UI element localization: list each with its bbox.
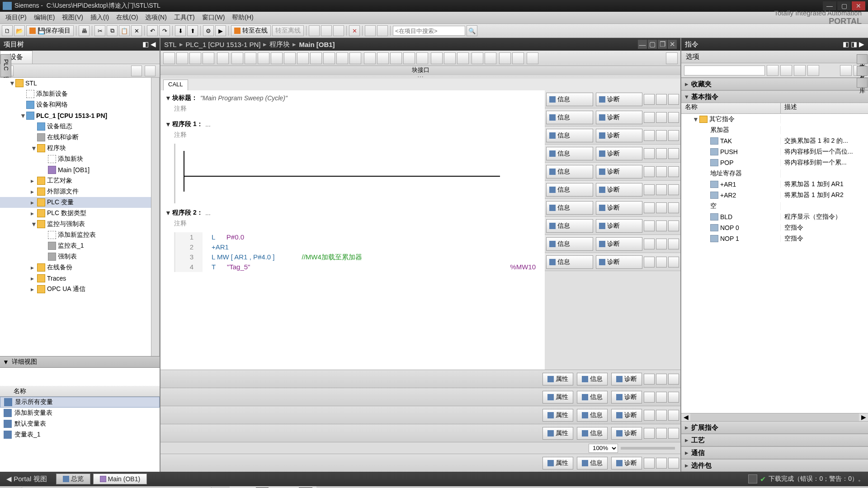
main-ob1-tab[interactable]: Main (OB1): [93, 474, 147, 484]
tree-add-block[interactable]: 添加新块: [0, 154, 159, 164]
menu-project[interactable]: 项目(P): [2, 14, 30, 22]
inst-push[interactable]: PUSH将内容移到后一个高位...: [681, 146, 868, 157]
info-button-2[interactable]: 信息: [546, 111, 593, 124]
redo-button[interactable]: ↷: [159, 25, 170, 36]
properties-button-3[interactable]: 属性: [542, 409, 573, 422]
tree-add-device[interactable]: 添加新设备: [0, 89, 159, 99]
menu-insert[interactable]: 插入(I): [87, 14, 113, 22]
network-2-body[interactable]: 1 L P#0.0 2 +AR1 3 L MW [ AR1 , P#4.0 ] …: [174, 232, 545, 272]
tree-btn-a[interactable]: [131, 66, 142, 76]
etb-4[interactable]: [203, 52, 214, 64]
block-comment[interactable]: 注释: [160, 104, 545, 114]
info-button-7[interactable]: 信息: [546, 201, 593, 215]
menu-online[interactable]: 在线(O): [113, 14, 142, 22]
code-editor[interactable]: ▼ 块标题： "Main Program Sweep (Cycle)" 注释 ▼…: [160, 90, 545, 370]
tree-devices-networks[interactable]: 设备和网络: [0, 99, 159, 110]
diag-button-b1[interactable]: 诊断: [611, 373, 642, 385]
network-1-comment[interactable]: 注释: [160, 130, 545, 140]
tree-watch-1[interactable]: 监控表_1: [0, 240, 159, 251]
basic-instructions-accordion[interactable]: ▾基本指令: [681, 90, 868, 103]
tree-plc-datatypes[interactable]: ▸PLC 数据类型: [0, 208, 159, 219]
etb-5[interactable]: [217, 52, 229, 64]
taskbar-plcsim-icon[interactable]: PLCSIM: [295, 486, 316, 488]
diag-mini-1c[interactable]: [668, 94, 679, 105]
etb-13[interactable]: [336, 52, 348, 64]
open-project-button[interactable]: 📂: [14, 25, 25, 36]
detail-row-table-1[interactable]: 变量表_1: [0, 429, 160, 440]
inst-accumulator[interactable]: 累加器: [681, 125, 868, 136]
diag-button-4[interactable]: 诊断: [596, 147, 643, 160]
code-line-4[interactable]: 4 T "Tag_5" %MW10: [175, 262, 545, 272]
inst-search-btn-2[interactable]: [780, 65, 792, 76]
tree-tech-objects[interactable]: ▸工艺对象: [0, 175, 159, 186]
side-tab-instructions[interactable]: 指令: [857, 54, 868, 64]
download-button[interactable]: ⬇: [175, 25, 186, 36]
tb-btn-stop[interactable]: ✕: [349, 25, 360, 36]
portal-view-button[interactable]: ◀ Portal 视图: [0, 475, 53, 483]
inst-search-btn-5[interactable]: [840, 65, 852, 76]
instructions-search-input[interactable]: [684, 66, 765, 75]
code-line-3[interactable]: 3 L MW [ AR1 , P#4.0 ] //MW4加载至累加器: [175, 252, 545, 262]
inst-tak[interactable]: TAK交换累加器 1 和 2 的...: [681, 136, 868, 146]
inst-bld[interactable]: BLD程序显示（空指令）: [681, 211, 868, 222]
inst-search-btn-4[interactable]: [807, 65, 819, 76]
collapse-right-icon[interactable]: ◧ ◨ ▶: [843, 40, 864, 48]
tree-external-sources[interactable]: ▸外部源文件: [0, 186, 159, 197]
tree-main-ob1[interactable]: Main [OB1]: [0, 164, 159, 175]
diag-button-2[interactable]: 诊断: [596, 111, 643, 124]
tb-btn-a[interactable]: [309, 25, 320, 36]
tree-scrollbar[interactable]: [151, 78, 159, 356]
network-2-comment[interactable]: 注释: [160, 219, 545, 229]
etb-3[interactable]: [189, 52, 201, 64]
taskbar-tia-icon[interactable]: TIAV15: [251, 486, 273, 488]
inst-scroll-right[interactable]: ▶: [859, 413, 868, 421]
diag-mini-1b[interactable]: [656, 94, 667, 105]
inst-addr-reg[interactable]: 地址寄存器: [681, 168, 868, 179]
network-1-body[interactable]: [174, 144, 545, 203]
side-tab-libraries[interactable]: 库: [857, 78, 868, 88]
tb-btn-e[interactable]: [377, 25, 388, 36]
etb-18[interactable]: [416, 52, 428, 64]
etb-17[interactable]: [403, 52, 415, 64]
etb-19[interactable]: [431, 52, 443, 64]
tb-btn-d[interactable]: [365, 25, 376, 36]
etb-20[interactable]: [444, 52, 456, 64]
inst-ar1[interactable]: +AR1将累加器 1 加到 AR1: [681, 179, 868, 190]
go-online-button[interactable]: 转至在线: [231, 25, 271, 36]
communication-accordion[interactable]: ▸通信: [681, 446, 868, 459]
print-button[interactable]: 🖶: [79, 25, 90, 36]
etb-25[interactable]: [512, 52, 524, 64]
etb-21[interactable]: [457, 52, 469, 64]
call-tab[interactable]: CALL: [163, 80, 188, 90]
etb-monitor-button[interactable]: [364, 52, 376, 64]
diag-button-5[interactable]: 诊断: [596, 165, 643, 178]
info-button-b2[interactable]: 信息: [577, 391, 608, 404]
interface-splitter[interactable]: [160, 75, 680, 79]
etb-2[interactable]: [176, 52, 188, 64]
code-line-1[interactable]: 1 L P#0.0: [175, 232, 545, 242]
zoom-slider[interactable]: [621, 447, 675, 450]
etb-network-button[interactable]: [231, 52, 243, 64]
diag-button-b5[interactable]: 诊断: [611, 457, 642, 469]
delete-button[interactable]: ✕: [131, 25, 142, 36]
diag-button-b4[interactable]: 诊断: [611, 427, 642, 440]
go-offline-button[interactable]: 转至离线: [272, 25, 304, 36]
detail-view-header[interactable]: ▼详细视图: [0, 356, 160, 368]
info-button-10[interactable]: 信息: [546, 255, 593, 269]
menu-help[interactable]: 帮助(H): [228, 14, 257, 22]
code-line-2[interactable]: 2 +AR1: [175, 242, 545, 252]
editor-close-button[interactable]: ✕: [668, 40, 677, 49]
editor-restore-button[interactable]: ❐: [658, 40, 667, 49]
block-title-row[interactable]: ▼ 块标题： "Main Program Sweep (Cycle)": [160, 92, 545, 104]
etb-7[interactable]: [258, 52, 269, 64]
etb-10[interactable]: [297, 52, 309, 64]
tree-root[interactable]: ▼STL: [0, 78, 159, 89]
info-button-5[interactable]: 信息: [546, 165, 593, 178]
favorites-accordion[interactable]: ▸收藏夹: [681, 78, 868, 90]
tree-plc-variables[interactable]: ▸PLC 变量: [0, 197, 159, 208]
new-project-button[interactable]: 🗋: [2, 25, 13, 36]
diag-button-6[interactable]: 诊断: [596, 183, 643, 197]
editor-minimize-button[interactable]: —: [638, 40, 647, 49]
info-button-6[interactable]: 信息: [546, 183, 593, 197]
menu-tools[interactable]: 工具(T): [170, 14, 198, 22]
